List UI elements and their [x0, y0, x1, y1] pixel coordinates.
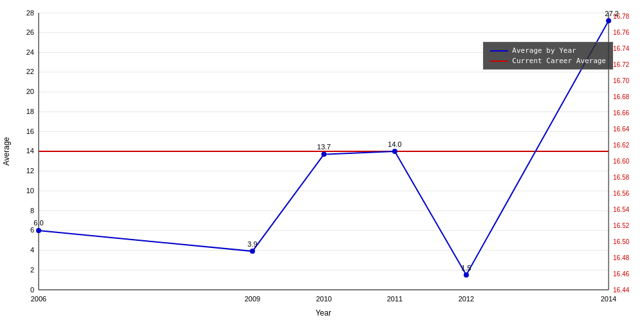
ry-tick-1646: 16.46	[613, 270, 629, 278]
ry-tick-1670: 16.70	[613, 77, 629, 84]
legend-item-avg-by-year: Average by Year	[490, 46, 606, 55]
ry-tick-1648: 16.48	[613, 254, 629, 261]
x-tick-2006: 2006	[31, 295, 46, 303]
label-2014: 27.2	[605, 10, 618, 17]
y-tick-26: 26	[26, 28, 34, 36]
legend-label-avg-by-year: Average by Year	[512, 46, 576, 55]
label-2011: 14.0	[388, 140, 401, 148]
y-tick-10: 10	[26, 187, 34, 194]
legend-item-career-avg: Current Career Average	[490, 57, 606, 65]
ry-tick-1664: 16.64	[613, 126, 629, 133]
data-point-2009	[250, 249, 255, 254]
data-point-2006	[36, 228, 41, 233]
y-tick-28: 28	[26, 9, 34, 17]
ry-tick-1660: 16.60	[613, 158, 629, 165]
data-point-2011	[392, 149, 397, 154]
y-tick-2: 2	[30, 266, 34, 274]
label-2006: 6.0	[33, 219, 43, 227]
x-tick-2010: 2010	[316, 295, 332, 303]
data-point-2012	[464, 272, 469, 278]
ry-tick-1676: 16.76	[613, 29, 629, 36]
ry-tick-1672: 16.72	[613, 61, 629, 68]
y-tick-8: 8	[30, 207, 34, 214]
legend-line-blue	[490, 50, 508, 52]
legend-line-red	[490, 61, 508, 62]
label-2012: 1.5	[461, 264, 471, 272]
ry-tick-1656: 16.56	[613, 190, 629, 197]
y-tick-16: 16	[26, 128, 34, 135]
y-tick-0: 0	[30, 286, 34, 294]
x-axis-label: Year	[316, 308, 331, 317]
ry-tick-1652: 16.52	[613, 222, 629, 229]
ry-tick-1662: 16.62	[613, 142, 629, 149]
ry-tick-1654: 16.54	[613, 206, 629, 213]
x-tick-2012: 2012	[459, 295, 474, 303]
data-point-2010	[321, 152, 327, 157]
ry-tick-1658: 16.58	[613, 174, 629, 181]
x-tick-2009: 2009	[245, 295, 260, 303]
legend-label-career-avg: Current Career Average	[512, 57, 606, 65]
x-tick-2011: 2011	[387, 295, 402, 303]
label-2009: 3.9	[247, 240, 257, 248]
ry-tick-1650: 16.50	[613, 238, 629, 245]
y-axis-label: Average	[2, 137, 11, 166]
chart-container: 0 2 4 6 8 10 12 14 16 18 20 22 24 26 28 …	[0, 0, 644, 322]
ry-tick-1668: 16.68	[613, 93, 629, 100]
legend-box: Average by Year Current Career Average	[483, 42, 613, 70]
data-point-2014	[606, 18, 611, 23]
ry-tick-1674: 16.74	[613, 45, 629, 52]
y-tick-12: 12	[26, 167, 34, 175]
y-tick-6: 6	[30, 226, 34, 234]
y-tick-14: 14	[26, 147, 34, 155]
y-tick-18: 18	[26, 108, 34, 115]
y-tick-24: 24	[26, 48, 34, 56]
y-tick-20: 20	[26, 88, 34, 95]
y-tick-4: 4	[30, 246, 34, 254]
label-2010: 13.7	[317, 143, 330, 151]
y-tick-22: 22	[26, 68, 34, 75]
ry-tick-1666: 16.66	[613, 109, 629, 117]
ry-tick-1644: 16.44	[613, 287, 629, 294]
x-tick-2014: 2014	[601, 295, 616, 303]
